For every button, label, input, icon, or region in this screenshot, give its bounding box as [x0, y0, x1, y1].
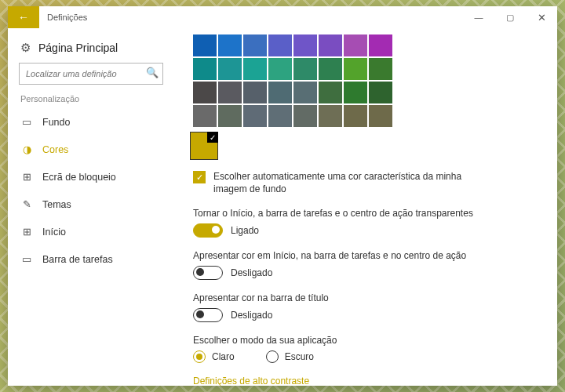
color-swatch[interactable]	[218, 58, 242, 80]
nav-icon: ✎	[20, 198, 33, 210]
color-swatch[interactable]	[344, 105, 367, 127]
nav-background[interactable]: ▭Fundo	[8, 108, 174, 136]
radio-dark-label: Escuro	[285, 351, 314, 362]
color-swatch[interactable]	[218, 82, 242, 103]
nav-label: Início	[42, 227, 66, 238]
title-color-state: Desligado	[231, 310, 272, 321]
nav-icon: ◑	[20, 143, 33, 155]
start-color-label: Apresentar cor em Início, na barra de ta…	[193, 250, 538, 261]
color-swatch[interactable]	[268, 82, 292, 103]
color-swatch[interactable]	[293, 34, 317, 56]
settings-window: ← Definições — ▢ ✕ ⚙ Página Principal 🔍 …	[8, 6, 557, 386]
nav-start[interactable]: ⊞Início	[8, 218, 174, 245]
check-icon: ✓	[207, 132, 218, 143]
radio-icon	[193, 350, 206, 363]
nav-icon: ▭	[20, 253, 33, 265]
sidebar-nav: ▭Fundo◑Cores⊞Ecrã de bloqueio✎Temas⊞Iníc…	[8, 108, 174, 273]
group-app-mode: Escolher o modo da sua aplicação Claro E…	[193, 335, 538, 363]
group-transparent: Tornar o Início, a barra de tarefas e o …	[193, 208, 538, 238]
color-swatch[interactable]	[193, 105, 217, 127]
nav-icon: ⊞	[20, 226, 33, 238]
gear-icon: ⚙	[20, 41, 31, 55]
window-title: Definições	[39, 6, 95, 28]
sidebar-section-label: Personalização	[8, 94, 174, 108]
color-swatch[interactable]	[369, 105, 392, 127]
high-contrast-link[interactable]: Definições de alto contraste	[193, 376, 538, 386]
titlebar: ← Definições — ▢ ✕	[8, 6, 557, 28]
title-color-toggle[interactable]	[193, 308, 223, 322]
nav-icon: ▭	[20, 116, 33, 128]
nav-label: Temas	[42, 199, 71, 210]
title-color-label: Apresentar cor na barra de título	[193, 292, 538, 303]
search-box[interactable]: 🔍	[19, 63, 163, 85]
color-swatch[interactable]	[218, 105, 242, 127]
search-input[interactable]	[19, 63, 163, 85]
color-swatch[interactable]	[268, 58, 292, 80]
color-swatch[interactable]	[193, 82, 217, 103]
radio-light-label: Claro	[212, 351, 235, 362]
group-title-color: Apresentar cor na barra de título Deslig…	[193, 292, 538, 322]
nav-colors[interactable]: ◑Cores	[8, 136, 174, 163]
color-swatch[interactable]	[344, 58, 367, 80]
start-color-state: Desligado	[231, 267, 272, 278]
radio-dark[interactable]: Escuro	[266, 350, 314, 363]
nav-label: Fundo	[42, 117, 70, 128]
color-swatch[interactable]	[369, 82, 392, 103]
radio-light[interactable]: Claro	[193, 350, 235, 363]
nav-lockscreen[interactable]: ⊞Ecrã de bloqueio	[8, 163, 174, 191]
color-swatch[interactable]	[243, 34, 267, 56]
color-swatch[interactable]	[344, 82, 367, 103]
color-swatch[interactable]	[319, 58, 342, 80]
color-swatch[interactable]	[293, 82, 317, 103]
color-swatch[interactable]	[193, 34, 217, 56]
color-swatch[interactable]	[293, 105, 317, 127]
minimize-button[interactable]: —	[463, 6, 494, 28]
nav-themes[interactable]: ✎Temas	[8, 191, 174, 218]
search-icon: 🔍	[146, 67, 159, 78]
nav-icon: ⊞	[20, 171, 33, 183]
color-swatch[interactable]	[344, 34, 367, 56]
start-color-toggle[interactable]	[193, 266, 223, 280]
main-content: ✓ ✓ Escolher automaticamente uma cor car…	[174, 28, 557, 386]
nav-label: Barra de tarefas	[42, 254, 113, 265]
transparent-toggle[interactable]	[193, 223, 223, 238]
color-swatch[interactable]	[268, 105, 292, 127]
color-swatch[interactable]	[369, 34, 392, 56]
color-swatch[interactable]	[268, 34, 292, 56]
color-swatches	[193, 34, 538, 127]
color-swatch[interactable]	[193, 58, 217, 80]
auto-color-label: Escolher automaticamente uma cor caracte…	[213, 171, 465, 195]
back-button[interactable]: ←	[8, 6, 39, 28]
nav-taskbar[interactable]: ▭Barra de tarefas	[8, 245, 174, 273]
home-label: Página Principal	[38, 42, 118, 54]
nav-label: Cores	[42, 144, 68, 155]
color-swatch[interactable]	[293, 58, 317, 80]
color-swatch[interactable]	[319, 34, 342, 56]
color-swatch[interactable]	[319, 105, 342, 127]
checkbox-icon: ✓	[193, 171, 206, 183]
color-swatch[interactable]	[243, 58, 267, 80]
transparent-state: Ligado	[231, 225, 259, 236]
selected-color-swatch[interactable]: ✓	[190, 132, 218, 160]
color-swatch[interactable]	[243, 82, 267, 103]
color-swatch[interactable]	[243, 105, 267, 127]
group-start-color: Apresentar cor em Início, na barra de ta…	[193, 250, 538, 280]
maximize-button[interactable]: ▢	[494, 6, 526, 28]
color-swatch[interactable]	[218, 34, 242, 56]
sidebar: ⚙ Página Principal 🔍 Personalização ▭Fun…	[8, 28, 174, 386]
nav-label: Ecrã de bloqueio	[42, 172, 116, 183]
home-link[interactable]: ⚙ Página Principal	[8, 36, 174, 63]
color-swatch[interactable]	[369, 58, 392, 80]
radio-icon	[266, 350, 279, 363]
auto-color-checkbox[interactable]: ✓ Escolher automaticamente uma cor carac…	[193, 171, 538, 195]
app-mode-label: Escolher o modo da sua aplicação	[193, 335, 538, 346]
color-swatch[interactable]	[319, 82, 342, 103]
close-button[interactable]: ✕	[526, 6, 557, 28]
transparent-label: Tornar o Início, a barra de tarefas e o …	[193, 208, 538, 219]
